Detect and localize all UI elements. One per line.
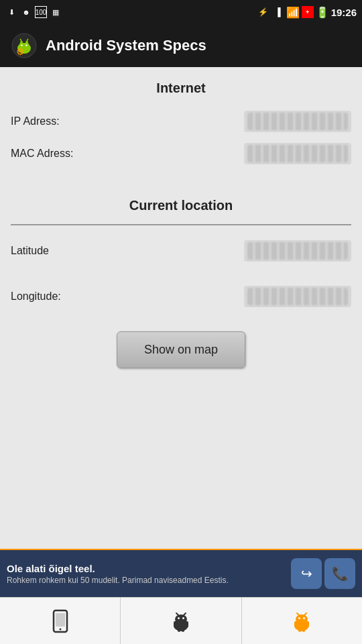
battery-icon: 🔋 [316, 6, 328, 18]
ad-banner: Ole alati õigel teel. Rohkem rohkem kui … [0, 549, 362, 597]
ad-text-block: Ole alati õigel teel. Rohkem rohkem kui … [7, 563, 284, 585]
svg-rect-33 [298, 627, 301, 632]
location-divider [11, 224, 351, 225]
ad-share-button[interactable]: ↪ [291, 558, 322, 589]
device-specs-icon [47, 608, 74, 635]
location-section: Current location Latitude Longitude: [11, 198, 351, 311]
ip-redacted [247, 113, 348, 130]
svg-point-8 [25, 44, 27, 46]
ip-label: IP Adress: [11, 115, 60, 127]
status-bar: ⬇ ☻ 100 ▦ ⚡ ▐ 📶 + 🔋 19:26 [0, 0, 362, 24]
internet-section: Internet IP Adress: MAC Adress: [11, 80, 351, 168]
longitude-label: Longitude: [11, 290, 61, 303]
svg-rect-22 [178, 627, 180, 632]
nav-item-android-alt[interactable] [242, 598, 362, 644]
longitude-redacted [247, 288, 348, 305]
svg-line-30 [304, 613, 306, 615]
ad-title: Ole alati õigel teel. [7, 563, 284, 574]
location-section-title: Current location [11, 198, 351, 213]
app-header: ⚙ Android System Specs [0, 24, 362, 67]
signal-icon: ▐ [272, 6, 284, 18]
mac-label: MAC Adress: [11, 148, 73, 160]
status-icons-right: ⚡ ▐ 📶 + 🔋 19:26 [257, 6, 357, 18]
android-orange-icon [288, 608, 315, 635]
internet-section-title: Internet [11, 80, 351, 96]
longitude-row: Longitude: [11, 282, 351, 311]
svg-point-17 [182, 617, 184, 619]
svg-line-29 [297, 613, 299, 615]
svg-rect-20 [174, 621, 176, 627]
bluetooth-icon: ⚡ [257, 6, 269, 18]
svg-point-26 [296, 614, 308, 624]
main-content: Internet IP Adress: MAC Adress: Current … [0, 67, 362, 402]
share-icon: ↪ [301, 566, 312, 582]
svg-point-27 [298, 617, 300, 619]
latitude-row: Latitude [11, 236, 351, 266]
nav-item-android[interactable] [120, 598, 241, 644]
svg-rect-23 [182, 627, 184, 632]
clock: 19:26 [331, 7, 357, 18]
latitude-value [244, 240, 351, 262]
svg-point-12 [59, 628, 61, 630]
show-on-map-button[interactable]: Show on map [117, 331, 245, 368]
ad-buttons: ↪ 📞 [291, 558, 355, 589]
status-icons-left: ⬇ ☻ 100 ▦ [5, 6, 62, 18]
phone-icon: 📞 [332, 566, 349, 582]
svg-rect-21 [186, 621, 188, 627]
svg-point-3 [20, 41, 23, 44]
svg-rect-34 [302, 627, 305, 632]
svg-line-19 [184, 613, 186, 615]
app-title: Android System Specs [46, 37, 206, 54]
svg-rect-11 [56, 613, 65, 627]
svg-line-18 [176, 613, 178, 615]
svg-text:⚙: ⚙ [16, 46, 25, 57]
mac-address-row: MAC Adress: [11, 139, 351, 168]
svg-point-15 [175, 614, 187, 624]
notification-icon: ⬇ [5, 6, 17, 18]
longitude-value [244, 286, 351, 307]
mac-value [244, 143, 351, 164]
storage-icon: ▦ [50, 6, 62, 18]
latitude-label: Latitude [11, 245, 49, 257]
swiss-flag-icon: + [302, 6, 314, 18]
ad-subtitle: Rohkem rohkem kui 50 mudelit. Parimad na… [7, 576, 284, 585]
svg-point-16 [178, 617, 180, 619]
bottom-nav [0, 597, 362, 644]
app-logo-icon: ⚙ [11, 32, 38, 59]
ip-address-row: IP Adress: [11, 107, 351, 136]
wifi-icon: 📶 [287, 6, 299, 18]
latitude-redacted [247, 242, 348, 260]
svg-point-4 [25, 41, 28, 44]
nav-item-phone-specs[interactable] [0, 598, 120, 644]
battery-100-icon: 100 [35, 6, 47, 18]
svg-rect-31 [294, 621, 297, 627]
ad-phone-button[interactable]: 📞 [324, 558, 355, 589]
android-robot-icon [168, 608, 194, 635]
ip-value [244, 111, 351, 132]
svg-point-28 [303, 617, 305, 619]
mac-redacted [247, 145, 348, 162]
android-icon-small: ☻ [20, 6, 32, 18]
svg-rect-32 [306, 621, 309, 627]
